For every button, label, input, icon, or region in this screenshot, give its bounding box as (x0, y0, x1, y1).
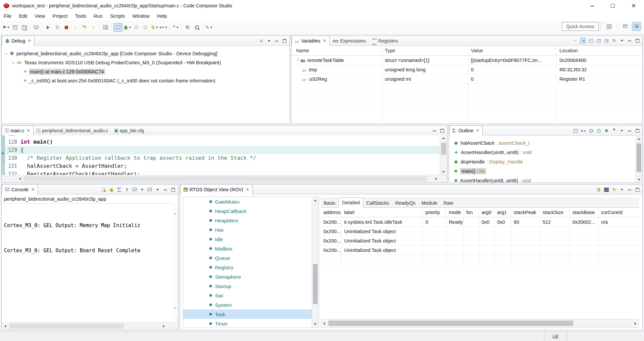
line-number[interactable]: 127 (5, 135, 20, 138)
target-console-button[interactable] (32, 23, 40, 31)
col-stackpeak[interactable]: stackPeak (511, 208, 540, 217)
col-type[interactable]: Type (382, 46, 468, 55)
display-console-menu-button[interactable] (140, 187, 145, 192)
maximize-view-button[interactable] (170, 187, 176, 192)
minimize-view-button[interactable] (274, 38, 279, 44)
maximize-view-button[interactable] (635, 187, 640, 192)
outline-item[interactable]: dispHandle : Display_Handle (449, 157, 642, 166)
tab-peripheral-bidirectional-audio-c[interactable]: c peripheral_bidirectional_audio.c (34, 126, 111, 135)
col-curcoreid[interactable]: curCoreId (598, 208, 639, 217)
maximize-view-button[interactable] (635, 38, 640, 43)
minimize-view-button[interactable] (627, 187, 632, 192)
step-return-button[interactable]: ↑ (89, 23, 98, 31)
maximize-view-button[interactable] (439, 128, 445, 133)
tab-close-icon[interactable]: ✕ (476, 128, 479, 133)
rov-module-heapmem[interactable]: HeapMem (183, 216, 319, 225)
display-selected-console-button[interactable] (132, 187, 137, 192)
memory-browser-button[interactable] (101, 23, 110, 31)
pause-updates-button[interactable] (596, 187, 601, 192)
expander-right-icon[interactable] (296, 58, 299, 61)
pin-console-button[interactable] (124, 187, 129, 192)
show-logical-structure-button[interactable]: ⇥ (580, 38, 586, 44)
rov-module-swi[interactable]: Swi (183, 291, 319, 300)
window-maximize-button[interactable] (602, 0, 623, 11)
rov-task-row[interactable]: 0x200... ti.sysbios.knl.Task.IdleTask 0 … (321, 217, 639, 227)
col-arg0[interactable]: arg0 (479, 208, 494, 217)
rov-tab-basic[interactable]: Basic (321, 199, 338, 207)
connect-target-button[interactable] (113, 23, 122, 32)
console-vertical-scrollbar[interactable] (172, 203, 178, 322)
outline-vertical-scrollbar[interactable] (635, 135, 642, 183)
tab-registers[interactable]: Registers (369, 36, 401, 46)
menu-help[interactable]: Help (153, 11, 171, 21)
tab-outline[interactable]: Outline ✕ (449, 125, 483, 136)
col-label[interactable]: label (341, 208, 423, 217)
rov-module-registry[interactable]: Registry (183, 263, 319, 272)
collapse-all-button[interactable] (573, 128, 578, 133)
new-button[interactable]: ⚑ (2, 23, 10, 31)
restore-buttons-button[interactable] (132, 23, 141, 31)
menu-edit[interactable]: Edit (15, 11, 31, 21)
rov-tab-callstacks[interactable]: CallStacks (363, 199, 392, 207)
menu-window[interactable]: Window (128, 11, 153, 21)
tab-close-icon[interactable]: ✕ (28, 39, 31, 43)
annotation-gutter[interactable] (2, 135, 5, 175)
minimize-view-button[interactable] (432, 128, 437, 133)
col-stacksize[interactable]: stackSize (540, 208, 570, 217)
window-close-button[interactable]: ✕ (623, 0, 644, 11)
debug-session-node[interactable]: peripheral_bidirectional_audio_cc2640r2l… (2, 49, 289, 58)
search-button[interactable] (193, 23, 201, 31)
outline-item[interactable]: halAssertCback : assertCback_t (449, 138, 642, 148)
menu-tools[interactable]: Tools (71, 11, 90, 21)
col-fxn[interactable]: fxn (464, 208, 479, 217)
variable-row[interactable]: tmp unsigned long long 0 R0:32,R0:32 (291, 65, 642, 74)
view-menu-button[interactable] (619, 128, 625, 133)
rov-tree-scrollbar[interactable] (312, 197, 319, 328)
col-address[interactable]: address (321, 208, 341, 217)
stack-frame-current[interactable]: ≡ main() at main.c:129 0x0000AC74 (2, 67, 289, 76)
line-number[interactable]: 128 (5, 138, 20, 146)
refresh-button[interactable]: ↻ (183, 23, 192, 31)
maximize-view-button[interactable] (282, 38, 287, 44)
line-number[interactable]: 129 (5, 146, 20, 154)
terminate-button[interactable] (62, 23, 70, 31)
expander-down-icon[interactable] (12, 60, 15, 64)
step-into-button[interactable]: ↓ (71, 23, 79, 31)
line-number[interactable]: 131 (5, 162, 20, 170)
rov-module-semaphore[interactable]: Semaphore (183, 272, 319, 281)
col-arg1[interactable]: arg1 (494, 208, 511, 217)
tab-main-c[interactable]: c main.c ✕ (2, 125, 34, 136)
col-location[interactable]: Location (557, 46, 642, 55)
window-minimize-button[interactable] (582, 0, 602, 11)
maximize-view-button[interactable] (635, 128, 640, 133)
tab-close-icon[interactable]: ✕ (246, 187, 249, 192)
tab-variables[interactable]: Variables ✕ (291, 36, 330, 46)
col-stackbase[interactable]: stackBase (570, 208, 598, 217)
code-editor[interactable]: 127 */ 128int main() 129{ 130 /* Registe… (2, 135, 447, 175)
scroll-lock-button[interactable] (109, 187, 114, 192)
variable-row[interactable]: remoteTaskTable struct <unnamed>[1] [{st… (291, 56, 642, 65)
hide-non-public-button[interactable] (604, 128, 609, 133)
link-with-editor-button[interactable]: * (611, 128, 617, 133)
rov-module-task-selected[interactable]: Task (183, 310, 319, 319)
menu-run[interactable]: Run (90, 11, 107, 21)
open-console-button[interactable] (147, 187, 153, 192)
rov-task-row[interactable]: 0x200... Uninitialized Task object (321, 227, 639, 236)
rov-tab-raw[interactable]: Raw (440, 199, 456, 207)
variable-row[interactable]: ui32Reg unsigned int 0 Register R1 (291, 74, 642, 84)
refresh-view-button[interactable]: ↻ (611, 38, 617, 43)
menu-file[interactable]: File (0, 11, 15, 21)
outline-item-selected[interactable]: main() : int (449, 166, 642, 176)
console-horizontal-scrollbar[interactable] (2, 322, 178, 330)
tab-close-icon[interactable]: ✕ (323, 39, 326, 43)
hide-fields-button[interactable] (588, 128, 594, 133)
view-menu-button[interactable] (619, 187, 625, 192)
minimize-view-button[interactable] (163, 187, 168, 192)
outline-item[interactable]: AssertHandler(uint8, uint8) : void (449, 148, 642, 157)
view-menu-button[interactable] (619, 38, 625, 43)
refresh-rov-button[interactable]: ↻ (611, 187, 617, 192)
rov-module-idle[interactable]: Idle (183, 234, 319, 244)
pin-view-button[interactable] (604, 38, 609, 43)
run-free-button[interactable]: + (159, 23, 168, 31)
resume-button[interactable] (44, 23, 52, 31)
